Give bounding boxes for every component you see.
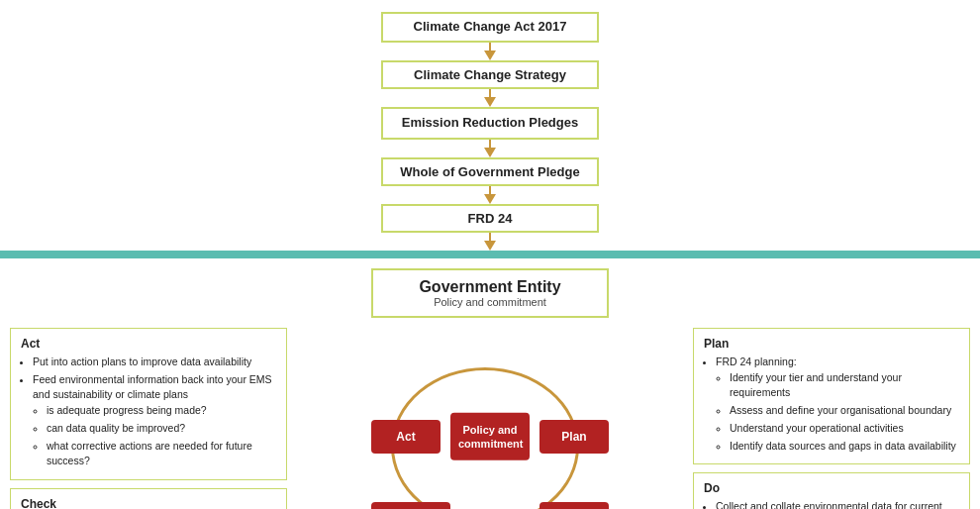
act-panel-title: Act	[21, 337, 276, 351]
climate-strategy-box: Climate Change Strategy	[381, 60, 599, 89]
main-container: Climate Change Act 2017 Climate Change S…	[0, 0, 980, 509]
arrow-down-3	[484, 148, 496, 157]
arrow-connector-5	[489, 233, 491, 241]
left-panels: Act Put into action plans to improve dat…	[10, 328, 287, 509]
act-panel-list: Put into action plans to improve data av…	[21, 355, 276, 469]
arrow-connector-1	[489, 43, 491, 51]
center-diagram: Policy and commitment Act Plan Do Check	[295, 328, 685, 509]
arrow-down-2	[484, 97, 496, 107]
climate-act-box: Climate Change Act 2017	[381, 12, 599, 43]
emission-pledges-label: Emission Reduction Pledges	[402, 115, 578, 130]
cycle-center-label: Policy and commitment	[450, 412, 530, 460]
plan-panel: Plan FRD 24 planning: Identify your tier…	[693, 328, 970, 465]
right-panels: Plan FRD 24 planning: Identify your tier…	[693, 328, 970, 509]
emission-pledges-box: Emission Reduction Pledges	[381, 107, 599, 140]
do-panel-list: Collect and collate environmental data f…	[704, 499, 959, 509]
arrow-down-5	[484, 241, 496, 251]
gov-entity-subtitle: Policy and commitment	[403, 296, 577, 308]
list-item: Collect and collate environmental data f…	[716, 499, 959, 509]
arrow-connector-2	[489, 89, 491, 97]
cycle-container: Policy and commitment Act Plan Do Check	[376, 338, 604, 509]
teal-divider	[0, 251, 980, 258]
top-flow-section: Climate Change Act 2017 Climate Change S…	[0, 0, 980, 251]
cycle-check-box: Check	[371, 502, 450, 509]
do-panel-title: Do	[704, 481, 959, 495]
act-sub-list: is adequate progress being made? can dat…	[33, 403, 276, 469]
plan-panel-list: FRD 24 planning: Identify your tier and …	[704, 355, 959, 455]
gov-entity-title: Government Entity	[403, 278, 577, 296]
gov-entity-section: Government Entity Policy and commitment	[0, 258, 980, 318]
list-item: can data quality be improved?	[47, 421, 276, 437]
arrow-connector-3	[489, 140, 491, 148]
arrow-down-1	[484, 51, 496, 60]
arrow-connector-4	[489, 186, 491, 194]
list-item: Feed environmental information back into…	[33, 372, 276, 470]
climate-act-label: Climate Change Act 2017	[414, 19, 567, 34]
plan-sub-list: Identify your tier and understand your r…	[716, 370, 959, 455]
arrow-down-4	[484, 194, 496, 204]
list-item: Identify your tier and understand your r…	[730, 370, 959, 402]
check-panel-title: Check	[21, 497, 276, 509]
list-item: Identify data sources and gaps in data a…	[730, 439, 959, 455]
cycle-do-box: Do	[539, 502, 609, 509]
list-item: Put into action plans to improve data av…	[33, 355, 276, 370]
lower-section: Act Put into action plans to improve dat…	[0, 318, 980, 509]
plan-panel-title: Plan	[704, 337, 959, 351]
act-panel: Act Put into action plans to improve dat…	[10, 328, 287, 480]
frd24-label: FRD 24	[468, 211, 513, 226]
climate-strategy-label: Climate Change Strategy	[414, 67, 566, 82]
whole-gov-pledge-box: Whole of Government Pledge	[381, 157, 599, 186]
list-item: Understand your operational activities	[730, 421, 959, 437]
whole-gov-pledge-label: Whole of Government Pledge	[400, 164, 579, 179]
list-item: Assess and define your organisational bo…	[730, 403, 959, 419]
list-item: is adequate progress being made?	[47, 403, 276, 419]
check-panel: Check Provide environmental data to DEEC…	[10, 488, 287, 509]
list-item: FRD 24 planning: Identify your tier and …	[716, 355, 959, 455]
cycle-plan-box: Plan	[539, 420, 609, 454]
frd24-box: FRD 24	[381, 204, 599, 233]
list-item: what corrective actions are needed for f…	[47, 439, 276, 470]
gov-entity-box: Government Entity Policy and commitment	[371, 268, 609, 318]
do-panel: Do Collect and collate environmental dat…	[693, 472, 970, 509]
cycle-act-box: Act	[371, 420, 441, 454]
